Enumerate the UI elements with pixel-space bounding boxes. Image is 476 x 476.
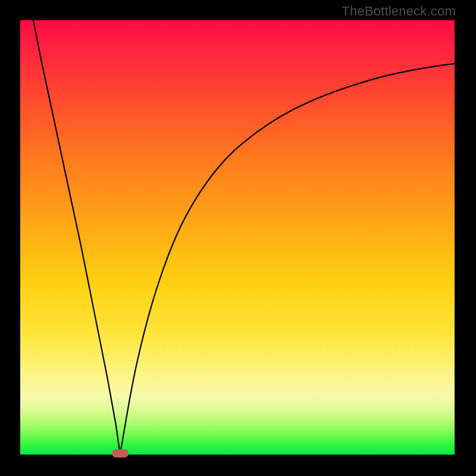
chart-frame: TheBottleneck.com (0, 0, 476, 476)
minimum-marker (112, 449, 129, 458)
bottleneck-curve (20, 20, 455, 455)
watermark-text: TheBottleneck.com (342, 4, 456, 19)
plot-area (20, 20, 455, 455)
